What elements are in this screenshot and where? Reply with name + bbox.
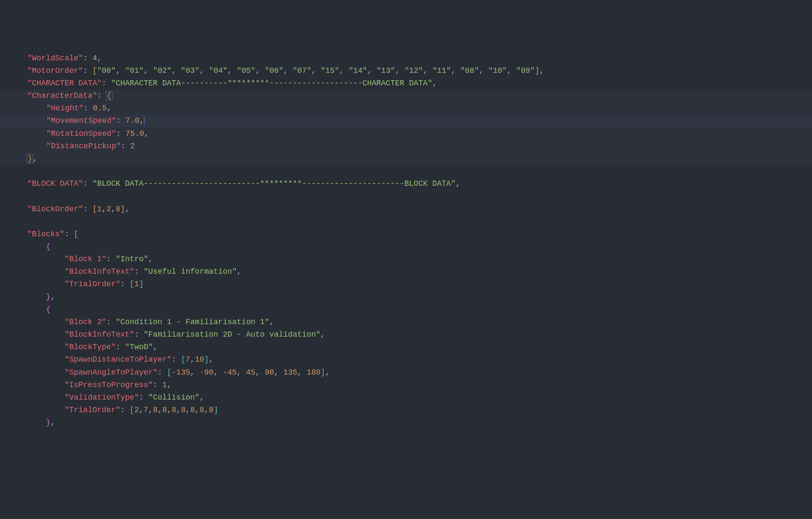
code-line[interactable]: "TrialOrder": [2,7,8,8,8,8,8,8,8]: [0, 404, 812, 416]
token-string: "09": [516, 66, 535, 75]
code-line[interactable]: "CHARACTER DATA": "CHARACTER DATA-------…: [0, 77, 812, 90]
code-line[interactable]: "SpawnDistanceToPlayer": [7,10],: [0, 353, 812, 366]
token-number: 8: [116, 205, 121, 213]
token-punct: ,: [395, 66, 405, 75]
token-bracket3: [: [130, 406, 134, 414]
token-punct: ,: [167, 381, 172, 389]
token-key: "BlockOrder": [27, 205, 83, 213]
token-punct: ,: [186, 406, 191, 414]
token-punct: ,: [153, 343, 158, 351]
token-punct: ,: [540, 66, 544, 75]
token-punct: ,: [190, 355, 195, 364]
token-punct: :: [116, 116, 125, 125]
token-number: 8: [172, 406, 176, 414]
code-line[interactable]: "Height": 0.5,: [0, 102, 812, 115]
code-line[interactable]: },: [0, 291, 812, 303]
token-string: "12": [404, 66, 423, 75]
token-key: "MovementSpeed": [46, 116, 116, 125]
token-bracket2: {: [46, 305, 50, 314]
token-string: "CHARACTER DATA----------*********------…: [111, 79, 432, 88]
code-line[interactable]: "ValidationType": "Collision",: [0, 391, 812, 404]
code-editor[interactable]: "WorldScale": 4, "MotorOrder": ["00", "0…: [0, 52, 812, 429]
token-punct: :: [116, 343, 125, 351]
token-number: 8: [190, 406, 195, 414]
code-line[interactable]: },: [0, 416, 812, 429]
code-line[interactable]: "Blocks": [: [0, 228, 812, 241]
token-punct: ,: [172, 66, 181, 75]
token-punct: ,: [144, 129, 149, 138]
code-line[interactable]: "Block 1": "Intro",: [0, 253, 812, 266]
token-string: "04": [209, 66, 228, 75]
code-line[interactable]: "DistancePickup": 2: [0, 140, 812, 153]
token-punct: ,: [311, 66, 321, 75]
code-line[interactable]: "RotationSpeed": 75.0,: [0, 128, 812, 140]
token-number: 7: [144, 406, 148, 414]
token-punct: :: [120, 280, 130, 288]
token-punct: :: [116, 129, 125, 138]
token-punct: :: [134, 330, 144, 339]
token-number: 1: [162, 381, 167, 389]
code-line[interactable]: },: [0, 153, 812, 165]
token-punct: ,: [111, 205, 116, 213]
token-punct: ,: [451, 66, 460, 75]
code-line[interactable]: "BlockInfoText": "Familiarisation 2D - A…: [0, 328, 812, 341]
token-string: "06": [265, 66, 283, 75]
token-punct: ,: [107, 104, 112, 113]
code-line[interactable]: {: [0, 303, 812, 316]
token-punct: ,: [102, 205, 106, 213]
code-line[interactable]: "SpawnAngleToPlayer": [-135, -90, -45, 4…: [0, 366, 812, 379]
token-punct: ,: [339, 66, 349, 75]
token-punct: ,: [209, 355, 214, 364]
code-line[interactable]: "BlockInfoText": "Useful information",: [0, 266, 812, 278]
token-punct: :: [83, 179, 93, 188]
token-punct: ,: [148, 406, 153, 414]
code-line[interactable]: [0, 216, 812, 228]
token-punct: ,: [269, 318, 274, 326]
token-number: 8: [200, 406, 204, 414]
code-line[interactable]: "CharacterData": {: [0, 90, 812, 102]
token-punct: ,: [190, 368, 200, 377]
code-line[interactable]: {: [0, 241, 812, 253]
code-line[interactable]: "MotorOrder": ["00", "01", "02", "03", "…: [0, 65, 812, 77]
token-bracket3: ]: [139, 280, 144, 288]
code-line[interactable]: "BlockType": "TwoD",: [0, 341, 812, 353]
token-punct: ,: [139, 116, 144, 125]
code-line[interactable]: [0, 190, 812, 203]
token-number: 2: [106, 205, 111, 213]
code-line[interactable]: "BLOCK DATA": "BLOCK DATA---------------…: [0, 178, 812, 190]
code-line[interactable]: "MovementSpeed": 7.0,: [0, 115, 812, 127]
token-string: "00": [97, 66, 116, 75]
code-line[interactable]: "BlockOrder": [1,2,8],: [0, 203, 812, 216]
token-bracket3: ]: [204, 355, 209, 364]
token-number: 7: [186, 355, 191, 364]
text-cursor: [144, 117, 144, 126]
code-line[interactable]: "Block 2": "Condition 1 - Familiarisatio…: [0, 316, 812, 328]
token-string: "01": [125, 66, 144, 75]
token-punct: :: [134, 267, 144, 276]
token-string: "Familiarisation 2D - Auto validation": [144, 330, 320, 339]
token-punct: ,: [237, 368, 246, 377]
token-number: 8: [162, 406, 167, 414]
token-punct: ,: [456, 179, 460, 188]
token-bracket1: }: [27, 154, 33, 163]
token-key: "BlockInfoText": [65, 267, 134, 276]
token-string: "Condition 1 - Familiarisation 1": [116, 318, 269, 326]
code-line[interactable]: "WorldScale": 4,: [0, 52, 812, 65]
token-number: 8: [181, 406, 186, 414]
token-string: "13": [377, 66, 395, 75]
code-line[interactable]: [0, 165, 812, 178]
token-punct: ,: [176, 406, 181, 414]
token-key: "Block 2": [65, 318, 106, 326]
token-bracket1: [: [92, 66, 97, 75]
token-punct: ,: [256, 368, 265, 377]
token-punct: ,: [325, 368, 330, 377]
token-punct: ,: [148, 255, 153, 263]
code-line[interactable]: "TrialOrder": [1]: [0, 278, 812, 291]
token-punct: ,: [139, 406, 144, 414]
code-line[interactable]: "IsPressToProgress": 1,: [0, 379, 812, 391]
token-punct: :: [106, 318, 116, 326]
token-bracket1: {: [106, 91, 112, 100]
token-key: "ValidationType": [65, 393, 139, 402]
token-punct: ,: [50, 293, 55, 301]
token-string: "10": [488, 66, 507, 75]
